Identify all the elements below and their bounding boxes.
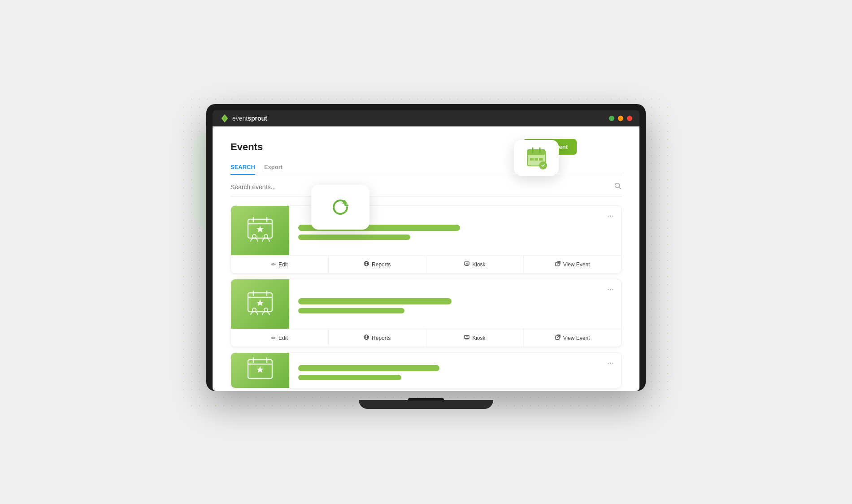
event-1-kiosk-button[interactable]: Kiosk: [426, 256, 524, 273]
screen: Events Create Event SEARCH Export: [213, 126, 639, 391]
event-1-actions: ✏ Edit: [231, 255, 621, 273]
event-1-reports-button[interactable]: Reports: [329, 256, 426, 273]
event-2-actions: ✏ Edit: [231, 329, 621, 347]
event-2-more-button[interactable]: ···: [600, 279, 621, 329]
events-list: ··· ✏ Edit: [230, 205, 622, 388]
floating-refresh-card: [311, 185, 369, 230]
event-info-3: [289, 353, 600, 388]
tab-bar: SEARCH Export: [230, 164, 622, 175]
search-row: [230, 182, 622, 196]
reports-label: Reports: [372, 261, 391, 268]
edit-icon: ✏: [271, 261, 276, 268]
event-1-edit-button[interactable]: ✏ Edit: [231, 256, 329, 273]
logo-icon: [220, 113, 230, 123]
calendar-badge: [539, 161, 547, 169]
event-thumbnail-3: [231, 353, 289, 388]
event-3-more-button[interactable]: ···: [600, 353, 621, 388]
search-input[interactable]: [230, 183, 614, 191]
window-controls: [609, 116, 632, 121]
event-1-sub-bar: [298, 235, 410, 240]
event-card-1: ··· ✏ Edit: [230, 205, 622, 274]
event-1-more-button[interactable]: ···: [600, 206, 621, 255]
laptop-notch: [408, 398, 444, 401]
event-2-title-bar: [298, 298, 452, 304]
screen-content: Events Create Event SEARCH Export: [213, 126, 639, 391]
event-3-sub-bar: [298, 375, 401, 380]
svg-line-41: [557, 335, 560, 338]
event-card-2-body: ···: [231, 279, 621, 329]
kiosk-icon: [464, 261, 469, 268]
event-3-title-bar: [298, 365, 439, 371]
floating-calendar-card: [514, 140, 559, 176]
laptop-topbar: eventsprout: [213, 110, 639, 126]
svg-marker-46: [256, 366, 264, 373]
tab-search[interactable]: SEARCH: [230, 164, 255, 175]
page-header-row: Events Create Event: [230, 139, 622, 155]
event-info-2: [289, 279, 600, 329]
reports-label-2: Reports: [372, 335, 391, 341]
logo-text: eventsprout: [232, 115, 267, 122]
svg-marker-31: [256, 299, 264, 306]
view-icon-2: [555, 335, 561, 341]
event-thumbnail-2: [231, 279, 289, 329]
kiosk-label: Kiosk: [472, 261, 485, 268]
event-2-kiosk-button[interactable]: Kiosk: [426, 329, 524, 347]
edit-label: Edit: [278, 261, 288, 268]
view-icon: [555, 261, 561, 268]
event-card-3: ···: [230, 352, 622, 388]
app-logo: eventsprout: [220, 113, 267, 123]
event-2-edit-button[interactable]: ✏ Edit: [231, 329, 329, 347]
svg-line-26: [557, 261, 560, 264]
reports-icon: [364, 261, 369, 268]
wc-green[interactable]: [609, 116, 614, 121]
view-label-2: View Event: [563, 335, 590, 341]
event-1-view-button[interactable]: View Event: [524, 256, 621, 273]
svg-rect-7: [535, 158, 538, 161]
event-thumbnail-1: [231, 206, 289, 255]
tab-export[interactable]: Export: [264, 164, 283, 175]
event-2-reports-button[interactable]: Reports: [329, 329, 426, 347]
kiosk-label-2: Kiosk: [472, 335, 485, 341]
svg-rect-6: [530, 158, 534, 161]
wc-yellow[interactable]: [618, 116, 623, 121]
edit-label-2: Edit: [278, 335, 288, 341]
event-2-view-button[interactable]: View Event: [524, 329, 621, 347]
svg-marker-16: [256, 226, 264, 233]
svg-line-11: [619, 187, 621, 189]
reports-icon-2: [364, 335, 369, 341]
event-2-sub-bar: [298, 308, 404, 313]
refresh-icon: [327, 194, 354, 221]
event-card-2: ··· ✏ Edit: [230, 279, 622, 347]
wc-red[interactable]: [627, 116, 632, 121]
svg-rect-3: [527, 150, 545, 155]
event-card-1-body: ···: [231, 206, 621, 255]
event-card-3-body: ···: [231, 353, 621, 388]
page-title: Events: [230, 141, 263, 153]
laptop-frame: eventsprout: [206, 104, 646, 391]
svg-rect-8: [539, 158, 543, 161]
view-label: View Event: [563, 261, 590, 268]
kiosk-icon-2: [464, 335, 469, 341]
edit-icon-2: ✏: [271, 335, 276, 341]
calendar-icon-wrap: [526, 146, 547, 169]
laptop-base: [359, 400, 493, 409]
search-icon[interactable]: [614, 182, 622, 191]
